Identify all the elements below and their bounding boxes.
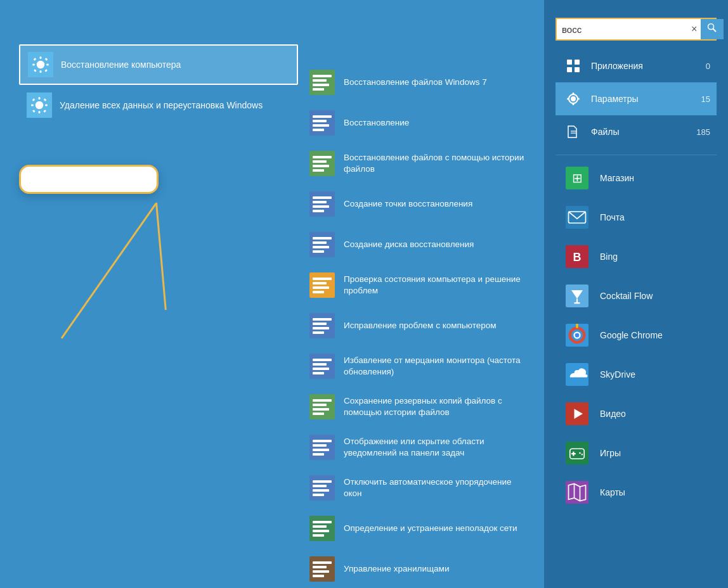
svg-rect-7 [34, 69, 37, 72]
svg-rect-32 [309, 151, 335, 176]
search-input[interactable] [557, 20, 687, 39]
mid-text-create-restore-disk: Создание диска восстановления [344, 239, 474, 250]
app-label-bing: Bing [600, 252, 618, 262]
svg-point-93 [571, 96, 576, 101]
left-panel: Восстановление компьютера У [0, 0, 317, 588]
svg-rect-69 [313, 444, 327, 447]
filter-item-settings[interactable]: Параметры 15 [556, 82, 717, 115]
app-item-video[interactable]: Видео [556, 395, 717, 433]
svg-rect-18 [32, 110, 36, 113]
search-go-button[interactable] [701, 19, 724, 39]
mid-text-auto-arrange: Отключить автоматическое упорядочение ок… [344, 476, 529, 499]
svg-rect-50 [313, 286, 329, 289]
svg-rect-67 [309, 435, 335, 460]
app-item-mail[interactable]: Почта [556, 198, 717, 236]
svg-rect-45 [313, 246, 329, 248]
app-icon-store: ⊞ [562, 163, 592, 193]
svg-rect-5 [34, 58, 37, 61]
app-label-maps: Карты [600, 487, 625, 497]
svg-rect-72 [309, 475, 335, 501]
svg-rect-37 [309, 191, 335, 217]
svg-rect-55 [313, 327, 329, 329]
settings-item-delete-reinstall[interactable]: Удаление всех данных и переустановка Win… [19, 86, 298, 124]
middle-item-restore-files-history[interactable]: Восстановление файлов с помощью истории … [304, 144, 533, 182]
app-item-maps[interactable]: Карты [556, 473, 717, 511]
app-item-games[interactable]: Игры [556, 434, 717, 472]
middle-item-storage-manage[interactable]: Управление хранилищами [304, 550, 533, 583]
svg-rect-60 [313, 368, 329, 370]
svg-rect-89 [567, 60, 572, 65]
svg-rect-103 [566, 206, 588, 229]
svg-rect-64 [313, 404, 327, 406]
svg-rect-24 [313, 79, 327, 82]
svg-rect-34 [313, 160, 327, 163]
svg-rect-46 [313, 250, 324, 253]
divider [556, 155, 717, 155]
middle-item-notification-area[interactable]: Отображение или скрытие области уведомле… [304, 428, 533, 466]
svg-rect-48 [313, 278, 332, 280]
svg-rect-92 [575, 67, 580, 72]
app-icon-maps [562, 477, 592, 508]
svg-rect-54 [313, 323, 327, 325]
middle-item-restore[interactable]: Восстановление [304, 104, 533, 142]
search-clear-button[interactable]: × [687, 21, 701, 37]
svg-rect-59 [313, 363, 327, 366]
middle-item-check-problems[interactable]: Проверка состояния компьютера и решение … [304, 266, 533, 304]
svg-line-88 [713, 29, 717, 32]
mid-text-network-troubleshoot: Определение и устранение неполадок сети [344, 523, 517, 534]
app-icon-skydrive [562, 359, 592, 390]
middle-item-fix-problems[interactable]: Исправление проблем с компьютером [304, 307, 533, 345]
middle-item-create-restore-disk[interactable]: Создание диска восстановления [304, 226, 533, 264]
mid-icon-auto-arrange [308, 474, 336, 502]
svg-rect-44 [313, 241, 327, 244]
app-label-cocktail-flow: Cocktail Flow [600, 291, 653, 301]
app-item-skydrive[interactable]: SkyDrive [556, 355, 717, 393]
app-label-video: Видео [600, 409, 626, 419]
middle-item-screen-flicker[interactable]: Избавление от мерцания монитора (частота… [304, 347, 533, 385]
mid-icon-fix-problems [308, 312, 336, 340]
app-icon-google-chrome [562, 320, 592, 350]
middle-item-auto-arrange[interactable]: Отключить автоматическое упорядочение ок… [304, 469, 533, 507]
filter-label-settings: Параметры [591, 94, 639, 104]
app-item-bing[interactable]: B Bing [556, 238, 717, 276]
middle-panel: Восстановление файлов Windows 7 Восстано… [304, 63, 533, 583]
settings-icon-delete-reinstall [27, 93, 52, 118]
middle-item-backup-history[interactable]: Сохранение резервных копий файлов с помо… [304, 388, 533, 426]
mid-icon-check-problems [308, 271, 336, 299]
svg-rect-81 [313, 534, 324, 537]
svg-rect-15 [45, 105, 48, 106]
filter-item-files[interactable]: Файлы 185 [556, 115, 717, 148]
svg-rect-26 [313, 88, 324, 91]
filter-list: Приложения 0 Параметры 15 Файлы 185 [556, 49, 717, 148]
svg-rect-53 [313, 318, 332, 321]
settings-item-restore-computer[interactable]: Восстановление компьютера [19, 44, 298, 85]
svg-rect-78 [313, 521, 332, 523]
svg-rect-57 [309, 354, 335, 379]
middle-item-restore-files-win7[interactable]: Восстановление файлов Windows 7 [304, 63, 533, 101]
svg-rect-70 [313, 449, 329, 451]
svg-rect-23 [313, 75, 332, 77]
right-panel: × Приложения 0 Параметры 15 Файлы 185 ⊞ … [544, 0, 728, 588]
app-item-store[interactable]: ⊞ Магазин [556, 159, 717, 197]
svg-rect-77 [309, 516, 335, 541]
apps-list: ⊞ Магазин Почта B Bing Cocktail Flow Goo… [556, 159, 717, 511]
middle-item-network-troubleshoot[interactable]: Определение и устранение неполадок сети [304, 509, 533, 547]
svg-rect-83 [313, 561, 332, 564]
svg-rect-79 [313, 525, 327, 528]
svg-rect-41 [313, 210, 324, 212]
svg-point-10 [39, 63, 42, 67]
filter-count-files: 185 [696, 127, 710, 137]
svg-rect-16 [32, 98, 36, 101]
app-label-google-chrome: Google Chrome [600, 330, 663, 340]
app-item-cocktail-flow[interactable]: Cocktail Flow [556, 277, 717, 315]
middle-item-create-restore-point[interactable]: Создание точки восстановления [304, 185, 533, 223]
svg-rect-124 [582, 454, 583, 455]
filter-count-settings: 15 [701, 94, 710, 104]
app-label-games: Игры [600, 448, 621, 458]
svg-point-87 [708, 24, 714, 30]
svg-rect-62 [309, 394, 335, 419]
svg-rect-17 [44, 98, 47, 101]
filter-item-apps[interactable]: Приложения 0 [556, 49, 717, 82]
app-item-google-chrome[interactable]: Google Chrome [556, 316, 717, 354]
settings-item-text-delete-reinstall: Удаление всех данных и переустановка Win… [60, 100, 263, 110]
